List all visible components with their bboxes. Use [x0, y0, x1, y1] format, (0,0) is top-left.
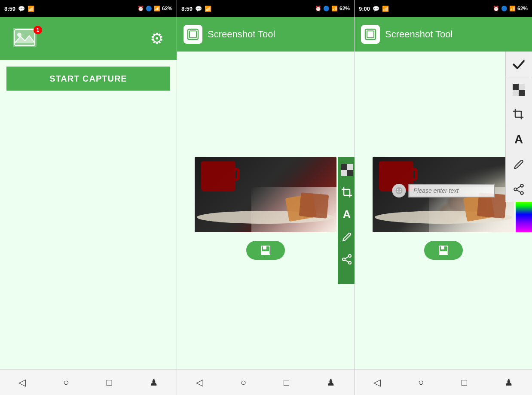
- checkmark-button[interactable]: [506, 52, 532, 77]
- app-header-panel3: Screenshot Tool: [355, 17, 532, 52]
- svg-rect-12: [262, 251, 269, 255]
- crop-icon-p2: [341, 187, 352, 198]
- signal-icon: 📶: [28, 6, 34, 12]
- back-button-panel3[interactable]: ◁: [373, 377, 381, 388]
- svg-point-16: [397, 189, 398, 190]
- share-icon-p2: [341, 254, 352, 265]
- settings-icon[interactable]: ⚙: [150, 30, 164, 48]
- checker-icon-p3: [513, 84, 525, 96]
- share-icon-p3: [513, 183, 525, 195]
- recents-button-panel2[interactable]: □: [284, 377, 289, 388]
- text-icon-p2: A: [343, 208, 351, 221]
- person-button-panel1[interactable]: ♟: [150, 377, 158, 388]
- emoji-button[interactable]: [392, 184, 406, 198]
- status-bar-panel1: 8:59 💬 📶 ⏰ 🔵 📶 62%: [0, 0, 177, 17]
- emoji-icon: [395, 187, 403, 194]
- svg-line-24: [517, 186, 521, 188]
- image-container-panel2: A: [195, 157, 336, 232]
- pen-icon-p3: [513, 159, 524, 170]
- home-button-panel2[interactable]: ○: [241, 377, 246, 388]
- screenshot-image-panel2: [195, 157, 336, 232]
- pen-icon-p2: [342, 232, 352, 242]
- recents-button-panel3[interactable]: □: [462, 377, 467, 388]
- status-right-panel3: ⏰ 🔵 📶 62%: [493, 6, 528, 12]
- alarm-icon-p3: ⏰: [493, 6, 499, 12]
- save-icon-p3: [437, 244, 449, 256]
- save-button-p2[interactable]: [246, 241, 285, 260]
- svg-rect-11: [263, 246, 266, 249]
- screenshot-tool-icon-p3: [361, 25, 380, 44]
- checker-button-p3[interactable]: [506, 77, 532, 102]
- signal-bars-p3: 📶: [509, 6, 516, 12]
- share-button-p3[interactable]: [506, 177, 532, 202]
- battery-p2: 62%: [339, 6, 350, 12]
- cup-handle-shape-p3: [411, 168, 418, 181]
- back-button-panel2[interactable]: ◁: [196, 377, 203, 388]
- battery-p3: 62%: [517, 6, 528, 12]
- recents-button-panel1[interactable]: □: [106, 377, 112, 388]
- status-bar-panel3: 9:00 💬 📶 ⏰ 🔵 📶 62%: [355, 0, 532, 17]
- status-right-panel1: ⏰ 🔵 📶 62%: [138, 6, 172, 12]
- status-bar-panel2: 8:59 💬 📶 ⏰ 🔵 📶 62%: [177, 0, 354, 17]
- text-button-p2[interactable]: A: [338, 204, 356, 226]
- text-tool-overlay: [392, 184, 495, 198]
- share-button-p2[interactable]: [338, 248, 356, 270]
- save-btn-area-p2: [246, 232, 285, 264]
- image-container-panel3: [373, 157, 514, 232]
- person-button-panel2[interactable]: ♟: [327, 377, 335, 388]
- panel2: 8:59 💬 📶 ⏰ 🔵 📶 62% Screenshot Tool: [177, 0, 355, 395]
- start-capture-button[interactable]: START CAPTURE: [6, 67, 170, 91]
- checker-button-p2[interactable]: [338, 159, 356, 181]
- signal-icon-p2: 📶: [205, 6, 211, 12]
- svg-rect-1: [15, 30, 35, 46]
- tool-icon-svg-p3: [364, 28, 376, 40]
- save-btn-area-p3: [424, 232, 463, 264]
- checker-c1-p3: [513, 84, 519, 90]
- signal-icon-p3: 📶: [382, 6, 389, 12]
- back-button-panel1[interactable]: ◁: [18, 377, 26, 388]
- crop-icon-p3: [513, 109, 525, 121]
- panel1-content-area: [0, 91, 177, 369]
- home-button-panel1[interactable]: ○: [63, 377, 69, 388]
- svg-point-17: [400, 189, 401, 190]
- time-panel3: 9:00: [359, 6, 370, 12]
- app-container: 8:59 💬 📶 ⏰ 🔵 📶 62% 1: [0, 0, 532, 395]
- crop-button-p3[interactable]: [506, 102, 532, 127]
- alarm-icon-p2: ⏰: [315, 6, 321, 12]
- right-toolbar-panel3: A: [505, 52, 532, 202]
- svg-line-9: [345, 260, 349, 262]
- bluetooth-icon-p2: 🔵: [323, 6, 330, 12]
- whatsapp-icon-p2: 💬: [195, 6, 202, 12]
- checker-c2: [347, 164, 353, 170]
- checker-c4: [347, 170, 353, 176]
- status-left-panel3: 9:00 💬 📶: [359, 6, 389, 12]
- text-button-p3[interactable]: A: [506, 127, 532, 152]
- screenshot-tool-icon-p2: [183, 25, 202, 44]
- text-input-field[interactable]: [408, 184, 495, 198]
- status-right-panel2: ⏰ 🔵 📶 62%: [315, 6, 350, 12]
- pen-button-p3[interactable]: [506, 152, 532, 177]
- pen-button-p2[interactable]: [338, 226, 356, 248]
- gallery-icon: [13, 28, 37, 47]
- checker-c2-p3: [519, 84, 525, 90]
- app-header-panel1: 1 ⚙: [0, 17, 177, 60]
- app-title-panel2: Screenshot Tool: [208, 29, 275, 40]
- bottom-nav-panel3: ◁ ○ □ ♟: [355, 369, 532, 395]
- checker-c3: [341, 170, 347, 176]
- save-button-p3[interactable]: [424, 241, 463, 260]
- svg-line-25: [517, 190, 521, 192]
- crop-button-p2[interactable]: [338, 181, 356, 204]
- edit-toolbar-panel2: A: [338, 157, 356, 284]
- alarm-icon: ⏰: [138, 6, 144, 12]
- signal-bars-icon: 📶: [154, 6, 160, 12]
- panel1: 8:59 💬 📶 ⏰ 🔵 📶 62% 1: [0, 0, 177, 395]
- home-button-panel3[interactable]: ○: [418, 377, 424, 388]
- screenshot-image-panel3: [373, 157, 514, 232]
- notification-badge: 1: [34, 26, 42, 34]
- person-button-panel3[interactable]: ♟: [504, 377, 513, 388]
- svg-rect-19: [441, 246, 444, 249]
- cup-shape: [201, 161, 235, 191]
- gallery-icon-wrapper: 1: [13, 28, 39, 49]
- cup-handle-shape: [233, 168, 240, 181]
- tool-icon-svg: [187, 28, 199, 40]
